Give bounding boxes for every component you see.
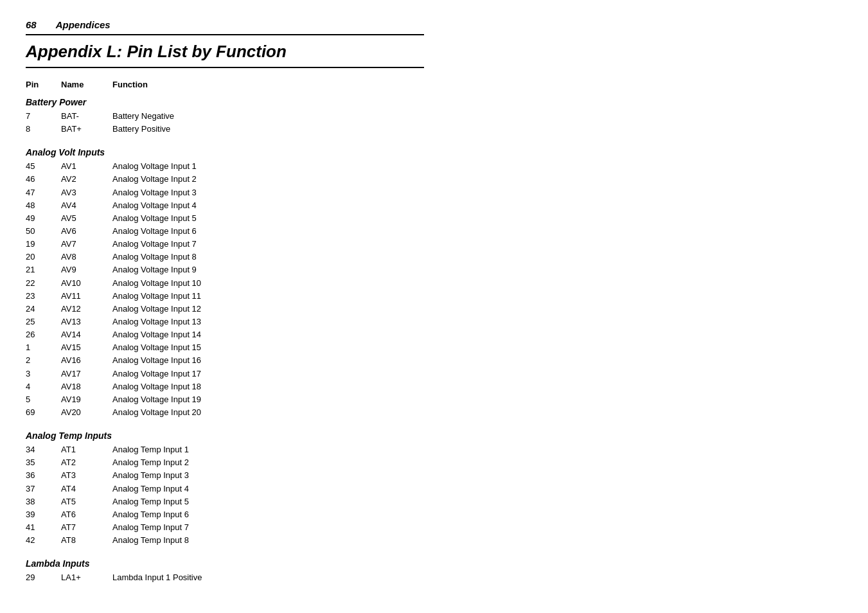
table-row: 20AV8Analog Voltage Input 8 xyxy=(26,251,424,263)
cell-function: Analog Voltage Input 9 xyxy=(112,263,424,276)
cell-function: Analog Voltage Input 15 xyxy=(112,341,424,354)
cell-function: Analog Voltage Input 12 xyxy=(112,303,424,315)
table-row: 19AV7Analog Voltage Input 7 xyxy=(26,238,424,251)
cell-function: Analog Temp Input 8 xyxy=(112,534,424,547)
appendix-title: Appendix L: Pin List by Function xyxy=(26,42,424,68)
table-row: 24AV12Analog Voltage Input 12 xyxy=(26,303,424,315)
cell-function: Analog Temp Input 7 xyxy=(112,521,424,534)
cell-pin: 8 xyxy=(26,123,61,136)
cell-name: AV18 xyxy=(61,380,112,393)
cell-pin: 19 xyxy=(26,238,61,251)
cell-name: AV13 xyxy=(61,315,112,328)
section-title-analog-temp-inputs: Analog Temp Inputs xyxy=(26,431,424,441)
cell-name: AV8 xyxy=(61,251,112,263)
cell-function: Analog Voltage Input 6 xyxy=(112,225,424,238)
cell-function: Analog Voltage Input 8 xyxy=(112,251,424,263)
cell-name: AV20 xyxy=(61,406,112,419)
cell-pin: 39 xyxy=(26,508,61,521)
table-row: 23AV11Analog Voltage Input 11 xyxy=(26,290,424,303)
cell-function: Analog Voltage Input 4 xyxy=(112,199,424,212)
cell-function: Analog Temp Input 2 xyxy=(112,456,424,469)
cell-name: AT2 xyxy=(61,456,112,469)
cell-function: Analog Temp Input 4 xyxy=(112,483,424,495)
page-header: 68 Appendices xyxy=(26,19,424,35)
cell-pin: 38 xyxy=(26,495,61,508)
sections-container: Battery Power7BAT-Battery Negative8BAT+B… xyxy=(26,97,424,584)
cell-function: Analog Voltage Input 18 xyxy=(112,380,424,393)
table-row: 35AT2Analog Temp Input 2 xyxy=(26,456,424,469)
cell-function: Analog Temp Input 1 xyxy=(112,443,424,456)
cell-name: AV17 xyxy=(61,368,112,380)
cell-name: AV6 xyxy=(61,225,112,238)
cell-pin: 42 xyxy=(26,534,61,547)
table-row: 37AT4Analog Temp Input 4 xyxy=(26,483,424,495)
cell-name: LA1+ xyxy=(61,571,112,584)
cell-function: Analog Voltage Input 3 xyxy=(112,186,424,199)
section-battery-power: Battery Power7BAT-Battery Negative8BAT+B… xyxy=(26,97,424,136)
cell-pin: 36 xyxy=(26,469,61,482)
cell-name: AT1 xyxy=(61,443,112,456)
table-row: 4AV18Analog Voltage Input 18 xyxy=(26,380,424,393)
cell-name: AT6 xyxy=(61,508,112,521)
cell-function: Analog Voltage Input 5 xyxy=(112,212,424,225)
cell-pin: 23 xyxy=(26,290,61,303)
cell-function: Analog Voltage Input 14 xyxy=(112,328,424,341)
table-row: 36AT3Analog Temp Input 3 xyxy=(26,469,424,482)
cell-function: Analog Voltage Input 10 xyxy=(112,277,424,290)
cell-name: AT7 xyxy=(61,521,112,534)
cell-name: AV9 xyxy=(61,263,112,276)
cell-name: AV3 xyxy=(61,186,112,199)
cell-function: Analog Voltage Input 11 xyxy=(112,290,424,303)
cell-pin: 22 xyxy=(26,277,61,290)
column-headers: Pin Name Function xyxy=(26,80,424,89)
cell-function: Analog Voltage Input 2 xyxy=(112,173,424,186)
cell-function: Analog Voltage Input 13 xyxy=(112,315,424,328)
table-row: 47AV3Analog Voltage Input 3 xyxy=(26,186,424,199)
table-row: 38AT5Analog Temp Input 5 xyxy=(26,495,424,508)
cell-pin: 46 xyxy=(26,173,61,186)
section-analog-temp-inputs: Analog Temp Inputs34AT1Analog Temp Input… xyxy=(26,431,424,547)
cell-pin: 48 xyxy=(26,199,61,212)
cell-pin: 69 xyxy=(26,406,61,419)
cell-name: AV19 xyxy=(61,393,112,406)
cell-pin: 50 xyxy=(26,225,61,238)
cell-function: Analog Voltage Input 19 xyxy=(112,393,424,406)
page-number: 68 xyxy=(26,19,37,30)
cell-name: AT4 xyxy=(61,483,112,495)
table-row: 45AV1Analog Voltage Input 1 xyxy=(26,160,424,173)
section-analog-volt-inputs: Analog Volt Inputs45AV1Analog Voltage In… xyxy=(26,147,424,419)
cell-pin: 1 xyxy=(26,341,61,354)
table-row: 46AV2Analog Voltage Input 2 xyxy=(26,173,424,186)
table-row: 49AV5Analog Voltage Input 5 xyxy=(26,212,424,225)
cell-function: Analog Voltage Input 20 xyxy=(112,406,424,419)
table-row: 42AT8Analog Temp Input 8 xyxy=(26,534,424,547)
page-chapter: Appendices xyxy=(56,19,111,30)
table-row: 41AT7Analog Temp Input 7 xyxy=(26,521,424,534)
cell-function: Analog Temp Input 6 xyxy=(112,508,424,521)
cell-pin: 3 xyxy=(26,368,61,380)
table-row: 7BAT-Battery Negative xyxy=(26,110,424,123)
cell-function: Analog Voltage Input 1 xyxy=(112,160,424,173)
cell-pin: 37 xyxy=(26,483,61,495)
section-title-battery-power: Battery Power xyxy=(26,97,424,107)
table-row: 29LA1+Lambda Input 1 Positive xyxy=(26,571,424,584)
cell-pin: 5 xyxy=(26,393,61,406)
cell-name: BAT+ xyxy=(61,123,112,136)
table-row: 50AV6Analog Voltage Input 6 xyxy=(26,225,424,238)
cell-pin: 45 xyxy=(26,160,61,173)
table-row: 5AV19Analog Voltage Input 19 xyxy=(26,393,424,406)
cell-name: AV4 xyxy=(61,199,112,212)
col-header-pin: Pin xyxy=(26,80,61,89)
table-row: 39AT6Analog Temp Input 6 xyxy=(26,508,424,521)
table-row: 34AT1Analog Temp Input 1 xyxy=(26,443,424,456)
cell-pin: 41 xyxy=(26,521,61,534)
cell-function: Battery Positive xyxy=(112,123,424,136)
cell-name: AV5 xyxy=(61,212,112,225)
col-header-name: Name xyxy=(61,80,112,89)
col-header-function: Function xyxy=(112,80,424,89)
cell-name: AV2 xyxy=(61,173,112,186)
table-row: 22AV10Analog Voltage Input 10 xyxy=(26,277,424,290)
cell-name: BAT- xyxy=(61,110,112,123)
cell-pin: 24 xyxy=(26,303,61,315)
cell-name: AT8 xyxy=(61,534,112,547)
